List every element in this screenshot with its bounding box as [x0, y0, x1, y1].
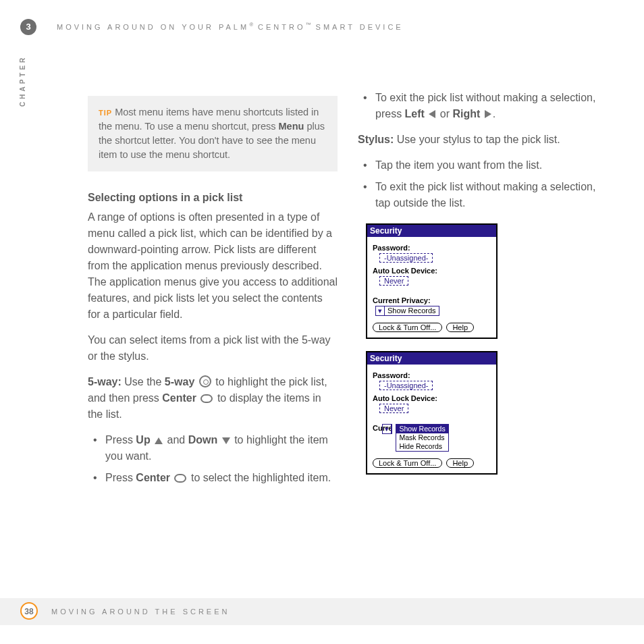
popup-hide-records[interactable]: Hide Records — [396, 442, 448, 451]
stylus-bullets: Tap the item you want from the list. To … — [358, 157, 608, 211]
fw-t1: Use the — [122, 376, 165, 387]
popup-mask-records[interactable]: Mask Records — [396, 433, 448, 442]
lock-turnoff-button[interactable]: Lock & Turn Off... — [373, 323, 442, 332]
fiveway-label: 5-way: — [88, 376, 122, 387]
center-button-icon — [174, 474, 186, 483]
down-word: Down — [188, 434, 218, 446]
autolock-value[interactable]: Never — [379, 404, 408, 413]
help-button[interactable]: Help — [446, 323, 474, 332]
bl2z: to select the highlighted item. — [188, 472, 331, 483]
bullet-exit-lr: To exit the pick list without making a s… — [358, 90, 608, 122]
picker-arrow-icon: ▾ — [376, 306, 385, 315]
autolock-label: Auto Lock Device: — [373, 267, 491, 275]
para-select-methods: You can select items from a pick list wi… — [88, 332, 338, 365]
bullet-up-down: Press Up and Down to highlight the item … — [88, 432, 338, 464]
section-heading: Selecting options in a pick list — [88, 192, 338, 204]
page-number-badge: 38 — [20, 602, 38, 620]
password-value[interactable]: -Unassigned- — [379, 381, 433, 390]
chapter-badge: 3 — [20, 19, 36, 35]
bullet-center: Press Center to select the highlighted i… — [88, 470, 338, 486]
security-screenshot-closed: Security Password: -Unassigned- Auto Loc… — [366, 223, 498, 339]
bl2a: Press — [105, 472, 136, 483]
left-word: Left — [405, 108, 425, 119]
left-column: TIP Most menu items have menu shortcuts … — [88, 96, 338, 495]
para-5way: 5-way: Use the 5-way to highlight the pi… — [88, 374, 338, 423]
left-arrow-icon — [429, 110, 435, 118]
para-stylus: Stylus: Use your stylus to tap the pick … — [358, 132, 608, 148]
shot-title: Security — [367, 225, 496, 237]
center-button-icon — [200, 394, 213, 403]
privacy-label: Current Privacy: — [373, 296, 491, 304]
tip-box: TIP Most menu items have menu shortcuts … — [88, 96, 338, 171]
help-button[interactable]: Help — [446, 458, 474, 468]
right-arrow-icon — [485, 110, 491, 118]
autolock-label: Auto Lock Device: — [373, 394, 491, 402]
head-mid: CENTRO — [253, 23, 306, 31]
down-arrow-icon — [222, 437, 230, 444]
popup-show-records[interactable]: Show Records — [396, 425, 448, 433]
center-word: Center — [136, 472, 170, 483]
tm-mark: ™ — [306, 22, 311, 28]
head-pre: MOVING AROUND ON YOUR PALM — [57, 23, 249, 31]
bl1m: and — [164, 434, 188, 446]
fiveway-bullets: Press Up and Down to highlight the item … — [88, 432, 338, 486]
fw-b1: 5-way — [165, 376, 194, 387]
chapter-side-label: CHAPTER — [19, 55, 26, 107]
lock-turnoff-button[interactable]: Lock & Turn Off... — [373, 458, 442, 468]
brtz: . — [493, 108, 495, 119]
right-column: To exit the pick list without making a s… — [358, 90, 608, 475]
privacy-picker[interactable]: ▾Show Records — [375, 306, 439, 316]
password-value[interactable]: -Unassigned- — [379, 253, 433, 263]
shot-title: Security — [367, 352, 496, 365]
up-arrow-icon — [155, 437, 163, 444]
tip-label: TIP — [99, 109, 112, 117]
picker-arrow-icon: ▾ — [383, 425, 392, 433]
fiveway-ring-icon — [199, 375, 211, 387]
fw-b2: Center — [162, 392, 196, 404]
tip-menu: Menu — [279, 121, 304, 132]
bullet-tap-item: Tap the item you want from the list. — [358, 157, 608, 173]
bl1a: Press — [105, 434, 136, 446]
stylus-text: Use your stylus to tap the pick list. — [394, 134, 560, 145]
head-post: SMART DEVICE — [311, 23, 404, 31]
password-label: Password: — [373, 371, 491, 379]
running-head: MOVING AROUND ON YOUR PALM® CENTRO™ SMAR… — [57, 22, 404, 31]
password-label: Password: — [373, 244, 491, 252]
footer-text: MOVING AROUND THE SCREEN — [51, 608, 230, 616]
para-picklist: A range of options is often presented in… — [88, 209, 338, 323]
picker-value: Show Records — [385, 306, 439, 315]
security-screenshot-open: Security Password: -Unassigned- Auto Loc… — [366, 351, 498, 475]
privacy-popup[interactable]: Show Records Mask Records Hide Records — [396, 424, 448, 452]
exit-bullet-top: To exit the pick list without making a s… — [358, 90, 608, 122]
right-word: Right — [452, 108, 480, 119]
up-word: Up — [136, 434, 150, 446]
brtm: or — [437, 108, 452, 119]
bullet-tap-outside: To exit the pick list without making a s… — [358, 179, 608, 211]
stylus-label: Stylus: — [358, 134, 394, 145]
autolock-value[interactable]: Never — [379, 276, 408, 286]
